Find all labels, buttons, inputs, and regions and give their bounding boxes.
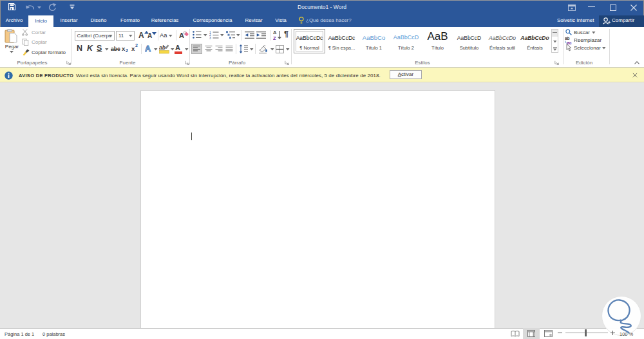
svg-text:3: 3 <box>209 37 211 39</box>
svg-text:Z: Z <box>273 35 276 41</box>
svg-text:ab: ab <box>159 44 166 51</box>
svg-text:A: A <box>145 44 151 52</box>
